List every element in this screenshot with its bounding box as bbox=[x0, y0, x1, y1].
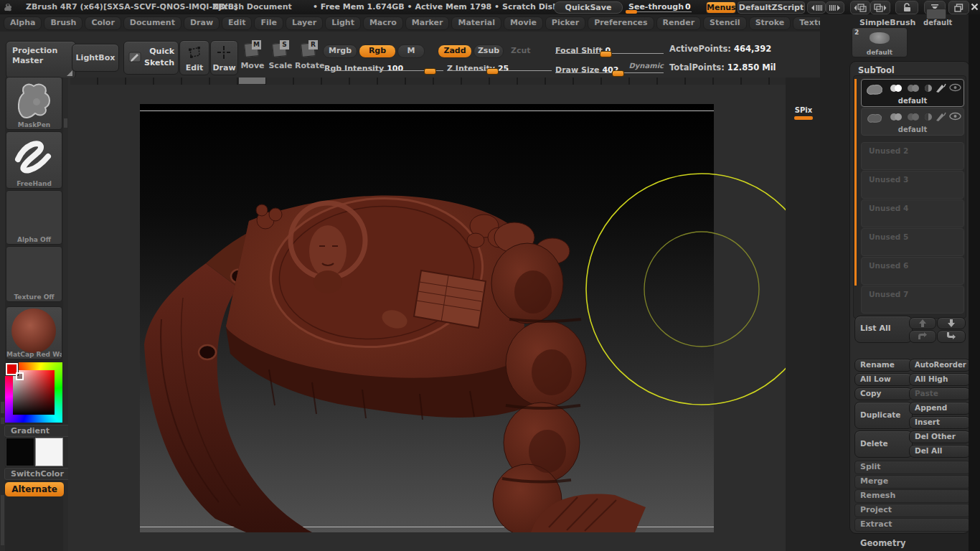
lightbox-button[interactable]: LightBox bbox=[72, 44, 119, 72]
subtool-item[interactable]: default bbox=[861, 108, 964, 136]
current-stroke-thumbnail[interactable]: FreeHand bbox=[6, 131, 62, 189]
menu-brush[interactable]: Brush bbox=[44, 17, 83, 30]
subtool-item-unused[interactable]: Unused 7 bbox=[861, 286, 964, 314]
focal-shift-slider[interactable]: Focal Shift 0 bbox=[555, 42, 664, 55]
current-brush-thumbnail[interactable]: MaskPen bbox=[6, 77, 62, 130]
append-button[interactable]: Append bbox=[909, 402, 971, 415]
menu-render[interactable]: Render bbox=[656, 17, 702, 30]
menu-draw[interactable]: Draw bbox=[184, 17, 220, 30]
gradient-button[interactable]: Gradient bbox=[4, 425, 70, 437]
menu-preferences[interactable]: Preferences bbox=[588, 17, 654, 30]
quick-sketch-button[interactable]: Quick Sketch bbox=[123, 41, 179, 75]
current-tool-mini-thumbnail[interactable] bbox=[926, 9, 946, 19]
section-project[interactable]: Project bbox=[854, 504, 970, 517]
focal-shift-handle[interactable] bbox=[600, 51, 612, 57]
menu-document[interactable]: Document bbox=[123, 17, 182, 30]
primary-color-swatch[interactable] bbox=[35, 438, 63, 466]
rgb-intensity-slider[interactable]: Rgb Intensity 100 bbox=[324, 60, 443, 73]
move-up-button[interactable] bbox=[909, 317, 936, 329]
half-visibility-icon[interactable] bbox=[924, 84, 933, 93]
paste-button[interactable]: Paste bbox=[909, 387, 971, 400]
m-button[interactable]: M bbox=[397, 44, 425, 58]
zadd-button[interactable]: Zadd bbox=[438, 44, 472, 58]
move-mode-button[interactable]: M Move bbox=[240, 42, 265, 73]
subtool-item-unused[interactable]: Unused 2 bbox=[861, 142, 964, 170]
subtool-item-selected[interactable]: default bbox=[861, 79, 964, 107]
rgb-button[interactable]: Rgb bbox=[359, 44, 396, 58]
del-all-button[interactable]: Del All bbox=[909, 445, 971, 458]
rename-button[interactable]: Rename bbox=[854, 359, 913, 372]
spix-slider[interactable]: SPix bbox=[791, 102, 816, 120]
zscript-button[interactable]: DefaultZScript bbox=[738, 1, 805, 14]
material-thumbnail[interactable]: MatCap Red Wa bbox=[6, 306, 62, 359]
move-down-button[interactable] bbox=[937, 317, 966, 329]
menu-color[interactable]: Color bbox=[85, 17, 121, 30]
eye-icon[interactable] bbox=[949, 83, 961, 92]
z-intensity-handle[interactable] bbox=[486, 68, 499, 75]
del-other-button[interactable]: Del Other bbox=[909, 430, 971, 443]
shift-down-button[interactable] bbox=[937, 330, 966, 343]
left-scrollbar[interactable] bbox=[0, 77, 5, 551]
menu-macro[interactable]: Macro bbox=[363, 17, 403, 30]
color-selector-marker[interactable] bbox=[16, 372, 24, 380]
insert-button[interactable]: Insert bbox=[909, 416, 971, 429]
half-visibility-icon[interactable] bbox=[924, 113, 933, 121]
projection-master-button[interactable]: Projection Master bbox=[6, 41, 76, 79]
secondary-color-swatch[interactable] bbox=[6, 438, 34, 466]
menu-picker[interactable]: Picker bbox=[545, 17, 585, 30]
draw-size-slider[interactable]: Draw Size 402 Dynamic bbox=[555, 62, 664, 75]
polypaint-brush-icon[interactable] bbox=[936, 112, 947, 121]
subtool-item-unused[interactable]: Unused 5 bbox=[861, 228, 964, 256]
seethrough-slider-handle[interactable] bbox=[626, 10, 637, 14]
list-all-button[interactable]: List All bbox=[854, 316, 913, 343]
alpha-thumbnail[interactable]: Alpha Off bbox=[6, 190, 62, 245]
menu-material[interactable]: Material bbox=[451, 17, 501, 30]
switchcolor-button[interactable]: SwitchColor bbox=[4, 468, 70, 480]
menu-layer[interactable]: Layer bbox=[286, 17, 323, 30]
draw-size-handle[interactable] bbox=[612, 70, 624, 77]
alternate-button[interactable]: Alternate bbox=[4, 481, 65, 497]
zcut-button[interactable]: Zcut bbox=[511, 44, 531, 57]
close-button[interactable] bbox=[970, 1, 979, 13]
visibility-icon[interactable] bbox=[889, 84, 903, 93]
eye-icon[interactable] bbox=[949, 112, 961, 121]
canvas-area[interactable] bbox=[68, 77, 789, 551]
edit-mode-button[interactable]: Edit bbox=[179, 40, 209, 75]
menu-stroke[interactable]: Stroke bbox=[749, 17, 791, 30]
menu-stencil[interactable]: Stencil bbox=[703, 17, 747, 30]
section-remesh[interactable]: Remesh bbox=[854, 489, 970, 503]
duplicate-button[interactable]: Duplicate bbox=[854, 402, 913, 429]
menus-button[interactable]: Menus bbox=[706, 1, 736, 14]
autoreorder-button[interactable]: AutoReorder bbox=[909, 359, 971, 372]
subtool-item-unused[interactable]: Unused 3 bbox=[861, 171, 964, 199]
section-split[interactable]: Split bbox=[854, 461, 970, 474]
menu-light[interactable]: Light bbox=[325, 17, 361, 30]
color-picker[interactable] bbox=[5, 362, 62, 423]
delete-button[interactable]: Delete bbox=[854, 430, 913, 458]
section-extract[interactable]: Extract bbox=[854, 518, 970, 532]
spix-handle[interactable] bbox=[794, 116, 813, 120]
all-low-button[interactable]: All Low bbox=[854, 373, 913, 386]
left-inner-scrollbar[interactable] bbox=[63, 77, 68, 551]
tray-shift-left-button[interactable] bbox=[850, 1, 870, 14]
lock-button[interactable] bbox=[895, 1, 918, 14]
copy-button[interactable]: Copy bbox=[854, 387, 913, 400]
menu-movie[interactable]: Movie bbox=[504, 17, 543, 30]
tool-slot-thumbnail[interactable]: 2 default bbox=[852, 27, 908, 57]
polypaint-brush-icon[interactable] bbox=[936, 83, 947, 93]
subtool-item-unused[interactable]: Unused 4 bbox=[861, 199, 964, 227]
mrgb-button[interactable]: Mrgb bbox=[323, 44, 357, 58]
visibility-icon[interactable] bbox=[889, 113, 903, 121]
shift-up-button[interactable] bbox=[909, 330, 936, 343]
partial-visibility-icon[interactable] bbox=[906, 84, 920, 93]
partial-visibility-icon[interactable] bbox=[906, 113, 920, 121]
restore-button[interactable] bbox=[948, 1, 969, 14]
menu-file[interactable]: File bbox=[254, 17, 283, 30]
divider-left-button[interactable] bbox=[807, 1, 826, 14]
subtool-item-unused[interactable]: Unused 6 bbox=[861, 257, 964, 285]
quicksave-button[interactable]: QuickSave bbox=[554, 1, 623, 14]
scale-mode-button[interactable]: S Scale bbox=[267, 42, 294, 73]
menu-alpha[interactable]: Alpha bbox=[4, 17, 42, 30]
menu-marker[interactable]: Marker bbox=[405, 17, 450, 30]
texture-thumbnail[interactable]: Texture Off bbox=[6, 246, 62, 302]
